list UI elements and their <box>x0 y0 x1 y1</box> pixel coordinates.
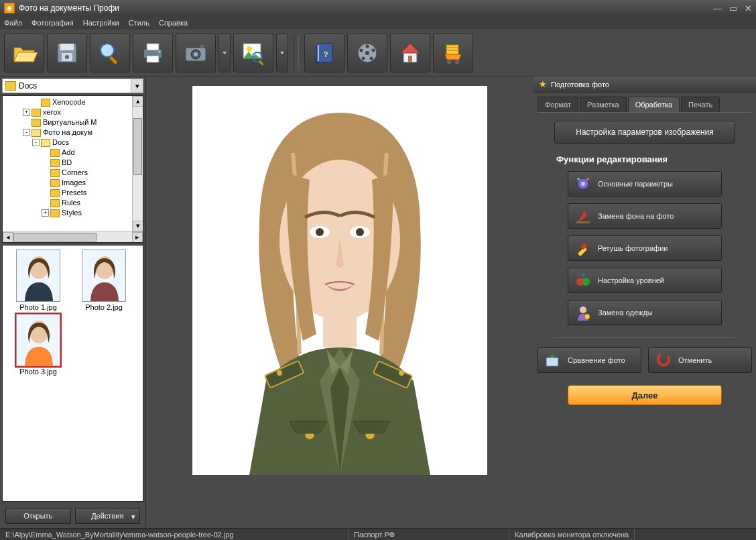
tree-node[interactable]: -Фото на докум <box>4 127 141 138</box>
tree-expander <box>42 189 49 197</box>
tab-0[interactable]: Формат <box>538 97 578 112</box>
tab-2[interactable]: Обработка <box>628 97 680 112</box>
window-title: Фото на документы Профи <box>19 3 708 13</box>
tree-node[interactable]: Presets <box>4 188 141 198</box>
func-gear-button[interactable]: Основные параметры <box>568 171 722 197</box>
photo-preview-area <box>146 76 533 528</box>
svg-rect-43 <box>323 314 357 347</box>
tree-expander[interactable]: + <box>42 209 49 217</box>
tree-label: BD <box>62 158 72 168</box>
toolbar-preview[interactable] <box>90 34 130 72</box>
svg-rect-5 <box>109 56 117 64</box>
toolbar-print[interactable] <box>133 34 173 72</box>
tree-expander <box>42 169 49 176</box>
svg-rect-1 <box>60 44 74 50</box>
tab-3[interactable]: Печать <box>681 97 720 112</box>
image-settings-button[interactable]: Настройка параметров изображения <box>554 121 735 144</box>
folder-tree: Xenocode+xeroxВиртуальный М-Фото на доку… <box>2 95 143 243</box>
menu-photo[interactable]: Фотография <box>32 19 74 27</box>
toolbar-image-dropdown[interactable] <box>276 34 288 72</box>
bg-icon <box>575 208 591 224</box>
svg-point-42 <box>356 228 364 236</box>
thumbnail-item[interactable]: Photo 2.jpg <box>72 250 135 311</box>
svg-point-27 <box>360 48 363 52</box>
svg-point-59 <box>580 307 586 313</box>
gear-icon <box>575 176 591 192</box>
tree-expander <box>23 119 30 126</box>
tree-node[interactable]: Виртуальный М <box>4 117 141 127</box>
tree-node[interactable]: Corners <box>4 168 141 178</box>
tree-node[interactable]: -Docs <box>4 138 141 148</box>
toolbar-image-browse[interactable] <box>233 34 273 72</box>
next-button[interactable]: Далее <box>568 385 722 405</box>
tree-node[interactable]: BD <box>4 158 141 168</box>
func-bg-button[interactable]: Замена фона на фото <box>568 203 722 229</box>
status-format: Паспорт РФ <box>349 529 509 540</box>
tree-node[interactable]: +Styles <box>4 208 141 218</box>
photo-canvas[interactable] <box>192 86 487 475</box>
tree-expander <box>42 149 49 156</box>
toolbar-help[interactable]: ? <box>304 34 344 72</box>
func-levels-button[interactable]: Настройка уровней <box>568 268 722 293</box>
toolbar-save[interactable] <box>47 34 87 72</box>
toolbar-video[interactable] <box>347 34 387 72</box>
close-button[interactable]: ✕ <box>745 3 752 13</box>
compare-photo-button[interactable]: Сравнение фото <box>538 347 641 373</box>
func-brush-button[interactable]: Ретушь фотографии <box>568 235 722 261</box>
menu-style[interactable]: Стиль <box>129 19 149 27</box>
tree-expander <box>42 199 49 207</box>
menu-help[interactable]: Справка <box>159 19 188 27</box>
levels-icon <box>575 272 591 288</box>
compare-icon <box>545 352 561 368</box>
tree-node[interactable]: Rules <box>4 198 141 208</box>
svg-point-46 <box>277 370 282 376</box>
path-dropdown[interactable]: ▾ <box>131 79 143 93</box>
toolbar-camera[interactable] <box>176 34 216 72</box>
thumbnail-item[interactable]: Photo 3.jpg <box>7 314 70 376</box>
tree-label: Presets <box>62 188 86 198</box>
svg-point-4 <box>101 44 114 57</box>
tree-expander[interactable]: - <box>23 129 30 136</box>
folder-icon <box>50 199 60 207</box>
toolbar-camera-dropdown[interactable] <box>218 34 231 72</box>
cancel-button[interactable]: Отменить <box>648 347 752 373</box>
minimize-button[interactable]: — <box>713 3 722 13</box>
func-clothes-button[interactable]: Замена одежды <box>568 300 722 325</box>
svg-rect-7 <box>147 44 159 50</box>
toolbar-order[interactable] <box>433 34 473 72</box>
menu-settings[interactable]: Настройки <box>83 19 119 27</box>
tree-node[interactable]: +xerox <box>4 107 141 117</box>
folder-icon <box>5 81 16 91</box>
tree-label: Corners <box>62 168 88 178</box>
tabs: ФорматРазметкаОбработкаПечать <box>538 97 752 112</box>
svg-point-60 <box>584 314 590 319</box>
toolbar-open[interactable] <box>4 34 44 72</box>
tree-node[interactable]: Add <box>4 148 141 158</box>
folder-icon <box>41 139 50 147</box>
actions-button[interactable]: Действия▾ <box>75 508 141 524</box>
folder-icon <box>32 109 41 117</box>
tree-label: Images <box>62 178 86 188</box>
tree-vscrollbar[interactable]: ▴▾ <box>132 96 143 231</box>
svg-rect-8 <box>147 56 159 62</box>
maximize-button[interactable]: ▭ <box>729 3 737 13</box>
thumbnail-item[interactable]: Photo 1.jpg <box>7 250 70 311</box>
tree-node[interactable]: Xenocode <box>4 97 141 107</box>
folder-icon <box>50 159 60 167</box>
svg-rect-28 <box>408 56 412 62</box>
tree-expander[interactable]: + <box>23 109 30 116</box>
toolbar-home[interactable] <box>390 34 430 72</box>
path-bar[interactable]: ▾ <box>2 78 143 93</box>
tree-hscrollbar[interactable]: ◂▸ <box>3 231 143 242</box>
menu-file[interactable]: Файл <box>4 19 22 27</box>
svg-rect-61 <box>546 358 558 366</box>
tab-1[interactable]: Разметка <box>580 97 627 112</box>
path-input[interactable] <box>19 81 131 91</box>
tree-label: Docs <box>52 138 69 148</box>
tree-node[interactable]: Images <box>4 178 141 188</box>
star-icon: ★ <box>539 79 547 89</box>
folder-icon <box>50 149 60 157</box>
open-button[interactable]: Открыть <box>5 508 71 524</box>
titlebar: ◉ Фото на документы Профи — ▭ ✕ <box>0 0 756 16</box>
tree-expander[interactable]: - <box>32 139 40 146</box>
